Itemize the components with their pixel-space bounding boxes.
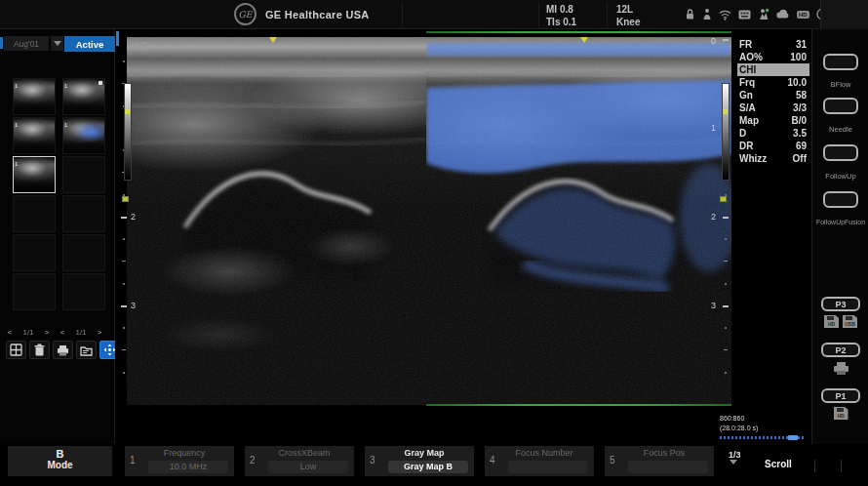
thumbnail-flag	[99, 81, 102, 85]
param-row: AO%100	[737, 51, 809, 63]
followupfusion-button[interactable]	[823, 191, 858, 208]
right-control-strip: BFlow Needle FollowUp FollowUpFusion P3 …	[811, 29, 868, 444]
gain-marker	[125, 109, 130, 114]
trash-icon	[34, 344, 45, 356]
patient-icon	[702, 8, 712, 20]
thumbnail-counter: 1	[15, 83, 18, 89]
exam-date-select[interactable]: Aug'01	[4, 36, 49, 51]
mode-indicator[interactable]: B Mode	[8, 446, 112, 476]
ultrasound-app: GE GE Healthcare USA MI 0.8 TIs 0.1 12L …	[0, 0, 868, 486]
roi-bottom-line	[426, 404, 731, 406]
depth-label: 3	[131, 302, 136, 310]
tab-active-exam[interactable]: Active	[64, 36, 115, 52]
depth-label: 2	[711, 213, 716, 222]
hd-status-icon: HD	[797, 11, 809, 19]
export-image-button[interactable]	[76, 341, 97, 359]
preset-name: Knee	[616, 17, 640, 27]
cloud-icon	[776, 9, 790, 20]
thumbnail-pagination: < 1/1 > < 1/1 >	[2, 326, 113, 338]
followup-label: FollowUp	[812, 172, 868, 181]
page-prev-button[interactable]: <	[2, 328, 18, 337]
depth-label: 3	[711, 302, 716, 310]
probe-name: 12L	[616, 4, 633, 15]
thumbnail-slot-empty	[13, 195, 56, 232]
gray-map-bar	[124, 83, 132, 181]
softkey-focus-number[interactable]: 4 Focus Number	[485, 446, 594, 476]
topbar-divider	[607, 2, 608, 27]
thumbnail-image-doppler[interactable]: 1	[62, 117, 105, 154]
page-indicator: 1/1	[18, 328, 39, 337]
mode-letter: B	[8, 448, 112, 460]
thumbnail-slot-empty	[62, 273, 105, 310]
softkey-page-down-button[interactable]	[730, 465, 737, 482]
mi-value: MI 0.8	[546, 4, 573, 15]
gray-map-bar	[722, 83, 730, 181]
topbar-divider	[402, 2, 403, 27]
chevron-down-icon	[730, 460, 737, 481]
param-row: S/A3/3	[737, 101, 809, 114]
followup-button[interactable]	[823, 144, 858, 161]
lock-icon	[685, 8, 695, 20]
page-next-button[interactable]: >	[39, 328, 55, 337]
thumbnail-image[interactable]: 1	[62, 78, 105, 115]
top-status-bar: GE GE Healthcare USA MI 0.8 TIs 0.1 12L …	[0, 0, 868, 29]
focus-position-marker[interactable]	[720, 196, 727, 202]
softkey-frequency[interactable]: 1 Frequency 10.0 MHz	[125, 446, 234, 476]
thumbnail-counter: 1	[64, 122, 67, 128]
page-prev-button[interactable]: <	[55, 328, 70, 337]
ultrasound-image-doppler[interactable]	[426, 37, 731, 405]
layout-grid-button[interactable]	[6, 341, 26, 359]
softkey-page-indicator: 1/3	[729, 450, 741, 460]
clipboard-sidebar: Aug'01 Active 1 1 1 1 1 < 1/	[0, 29, 115, 444]
delete-image-button[interactable]	[29, 341, 50, 359]
print-image-button[interactable]	[53, 341, 73, 359]
tis-value: TIs 0.1	[546, 17, 576, 27]
param-row: MapB/0	[737, 114, 809, 127]
page-next-button[interactable]: >	[92, 328, 107, 337]
thumbnail-image[interactable]: 1	[13, 78, 56, 115]
exam-date-dropdown-button[interactable]	[51, 36, 63, 51]
focus-position-marker[interactable]	[122, 196, 129, 202]
softkey-gray-map[interactable]: 3 Gray Map Gray Map B	[365, 446, 474, 476]
depth-label: 1	[711, 124, 716, 133]
cine-progress-thumb[interactable]	[788, 435, 798, 440]
param-row: FR31	[737, 38, 809, 51]
thumbnail-counter: 1	[15, 161, 18, 167]
p3-destinations: HD USB	[812, 315, 868, 328]
thumbnail-image[interactable]: 1	[13, 117, 56, 154]
bflow-button[interactable]	[823, 54, 858, 70]
network-user-icon	[758, 8, 769, 20]
thumbnail-slot-empty	[62, 156, 105, 193]
needle-button[interactable]	[823, 98, 858, 114]
scroll-button[interactable]: Scroll	[749, 457, 808, 472]
cine-loop-counter: 860:860 (28.0:28.0 s)	[718, 414, 811, 443]
topbar-divider	[538, 2, 539, 27]
thumbnail-slot-empty	[13, 273, 56, 310]
thumbnail-image-selected[interactable]: 1	[13, 156, 56, 193]
save-hd-icon: HD	[834, 407, 848, 420]
printer-icon	[833, 361, 849, 380]
ultrasound-image-bmode[interactable]	[127, 37, 426, 405]
imaging-parameters: FR31 AO%100 CHI Frq10.0 Gn58 S/A3/3 MapB…	[737, 29, 810, 205]
keyboard-icon	[738, 9, 751, 20]
grid-icon	[10, 344, 22, 356]
mode-word: Mode	[8, 460, 112, 470]
wifi-icon	[719, 9, 731, 20]
p1-destinations: HD	[812, 407, 868, 420]
softkey-separator	[841, 460, 842, 472]
p1-button[interactable]: P1	[821, 388, 860, 403]
sidebar-accent	[0, 37, 3, 49]
cine-frames: 860:860	[720, 414, 744, 423]
softkey-focus-pos[interactable]: 5 Focus Pos	[605, 446, 714, 476]
param-row: Frq10.0	[737, 76, 809, 89]
image-display-area: GE 2 3 0	[115, 29, 736, 444]
topbar-corner-panel	[820, 0, 868, 29]
softkey-crossxbeam[interactable]: 2 CrossXBeam Low	[245, 446, 354, 476]
save-usb-icon: USB	[843, 315, 857, 328]
depth-label: 2	[131, 213, 136, 222]
param-row-highlighted: CHI	[737, 63, 809, 76]
depth-label: 0	[711, 37, 716, 46]
p3-button[interactable]: P3	[821, 297, 860, 311]
softkey-bar: B Mode 1 Frequency 10.0 MHz 2 CrossXBeam…	[0, 444, 868, 478]
p2-button[interactable]: P2	[821, 343, 860, 357]
